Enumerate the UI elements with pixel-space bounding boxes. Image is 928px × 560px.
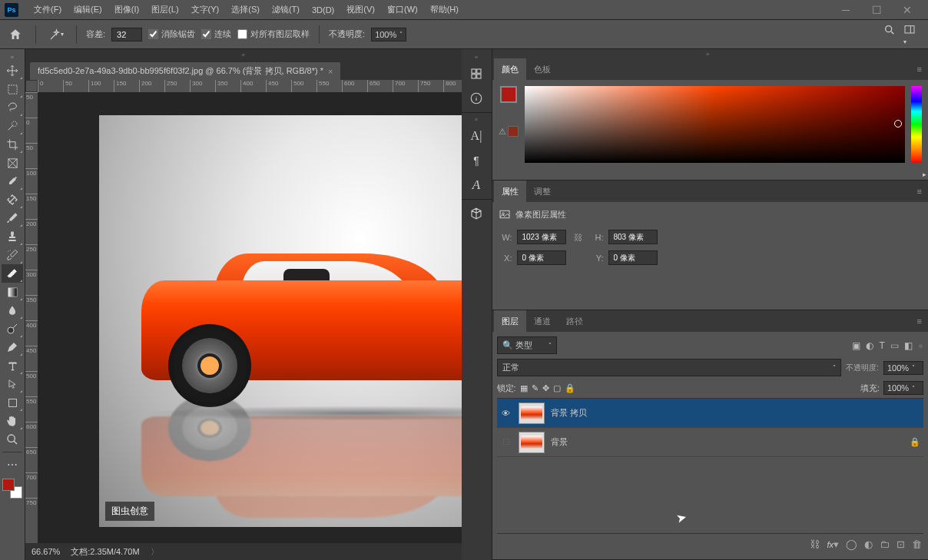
home-icon[interactable] [5,24,26,45]
tab-swatches[interactable]: 色板 [526,58,558,80]
menu-type[interactable]: 文字(Y) [185,0,226,20]
layer-filter-select[interactable]: 🔍 类型˅ [497,336,557,354]
search-icon[interactable] [883,24,896,45]
quick-select-tool[interactable] [2,117,23,135]
collapse-icon[interactable]: » [492,49,929,58]
layer-fx-icon[interactable]: fx▾ [827,538,839,550]
magic-wand-icon[interactable]: ▾ [45,24,67,45]
close-button[interactable]: ✕ [897,4,917,16]
move-tool[interactable] [2,61,23,80]
eyedropper-tool[interactable] [2,172,23,191]
menu-filter[interactable]: 滤镜(T) [266,0,306,20]
pen-tool[interactable] [2,338,23,356]
tab-channels[interactable]: 通道 [526,310,558,332]
filter-type-icon[interactable]: T [879,340,884,351]
layer-item[interactable]: 👁 背景 拷贝 [497,399,924,428]
tab-color[interactable]: 颜色 [494,58,526,80]
panel-menu-icon[interactable]: ≡ [913,316,926,326]
ruler-vertical[interactable]: 5005010015020025030035040045050055060065… [25,92,38,543]
menu-layer[interactable]: 图层(L) [145,0,184,20]
collapse-icon[interactable]: » [475,52,478,61]
menu-help[interactable]: 帮助(H) [424,0,465,20]
brush-tool[interactable] [2,209,23,227]
stamp-tool[interactable] [2,227,23,246]
blend-mode-select[interactable]: 正常˅ [497,359,842,376]
tab-properties[interactable]: 属性 [494,181,526,202]
filter-toggle-icon[interactable]: ● [918,340,923,351]
filter-adjust-icon[interactable]: ◐ [866,340,873,351]
chevron-right-icon[interactable]: ▸ [923,171,926,178]
canvas-viewport[interactable]: 图虫创意 头条@教你零基础学设计 [38,92,462,543]
warning-icon[interactable]: ⚠ [499,127,506,137]
tolerance-input[interactable] [111,28,142,41]
collapse-icon[interactable]: « [25,49,462,60]
hue-slider[interactable] [911,86,922,163]
filter-image-icon[interactable]: ▣ [852,340,860,351]
glyphs-panel-icon[interactable]: A [464,173,489,197]
tab-adjustments[interactable]: 调整 [526,181,558,202]
marquee-tool[interactable] [2,80,23,98]
document-tab[interactable]: fd5c5ed0-2e7a-49a3-9db0-bb995f6f03f2.jpg… [30,62,340,80]
lock-transparency-icon[interactable]: ▦ [520,383,528,393]
chevron-right-icon[interactable]: 〉 [151,546,159,558]
contiguous-checkbox[interactable]: 连续 [201,28,231,40]
fill-select[interactable]: 100%˅ [883,381,923,395]
menu-view[interactable]: 视图(V) [340,0,381,20]
character-panel-icon[interactable]: A| [464,124,489,148]
lock-icon[interactable]: 🔒 [910,437,920,447]
lock-position-icon[interactable]: ✥ [542,383,549,393]
ruler-origin[interactable] [25,80,38,92]
panel-menu-icon[interactable]: ≡ [913,65,926,74]
lock-pixels-icon[interactable]: ✎ [532,383,539,393]
lock-all-icon[interactable]: 🔒 [565,383,575,393]
healing-tool[interactable] [2,191,23,209]
layer-name[interactable]: 背景 拷贝 [551,407,921,419]
adjustment-layer-icon[interactable]: ◐ [864,538,873,550]
menu-select[interactable]: 选择(S) [225,0,266,20]
zoom-tool[interactable] [2,430,23,449]
layer-name[interactable]: 背景 [551,436,904,448]
lock-artboard-icon[interactable]: ▢ [553,383,561,393]
lasso-tool[interactable] [2,98,23,117]
tab-paths[interactable]: 路径 [558,310,591,332]
type-tool[interactable] [2,356,23,375]
crop-tool[interactable] [2,135,23,154]
link-icon[interactable]: ⛓ [571,233,585,242]
delete-layer-icon[interactable]: 🗑 [912,538,922,550]
frame-tool[interactable] [2,154,23,172]
collapse-icon[interactable]: « [0,52,25,61]
hand-tool[interactable] [2,412,23,430]
layer-mask-icon[interactable]: ◯ [846,538,857,550]
link-layers-icon[interactable]: ⛓ [810,538,820,550]
minimize-button[interactable]: ─ [836,4,856,16]
edit-toolbar[interactable]: ⋯ [2,456,23,474]
blur-tool[interactable] [2,301,23,320]
visibility-icon[interactable]: 👁 [500,409,512,418]
foreground-swatch[interactable] [500,86,517,103]
visibility-icon[interactable]: ☐ [500,437,512,447]
menu-window[interactable]: 窗口(W) [381,0,424,20]
history-brush-tool[interactable] [2,246,23,264]
menu-3d[interactable]: 3D(D) [306,0,340,20]
shape-tool[interactable] [2,393,23,412]
y-input[interactable] [608,250,658,265]
dodge-tool[interactable] [2,320,23,338]
layer-thumbnail[interactable] [519,432,545,453]
close-icon[interactable]: × [328,67,333,76]
layer-thumbnail[interactable] [519,403,545,424]
paragraph-panel-icon[interactable]: ¶ [464,148,489,173]
width-input[interactable] [517,230,566,244]
new-layer-icon[interactable]: ⊡ [897,538,905,550]
collapse-icon[interactable]: » [475,114,478,124]
info-panel-icon[interactable] [464,86,489,111]
eraser-tool[interactable] [2,264,23,283]
antialias-checkbox[interactable]: 消除锯齿 [148,28,195,40]
canvas[interactable]: 图虫创意 头条@教你零基础学设计 [99,115,462,527]
filter-smart-icon[interactable]: ◧ [904,340,913,351]
layer-item[interactable]: ☐ 背景 🔒 [497,428,924,457]
color-swatches[interactable] [2,479,22,499]
history-panel-icon[interactable] [464,61,489,86]
layer-opacity-select[interactable]: 100%˅ [883,361,923,375]
panel-menu-icon[interactable]: ≡ [913,187,926,196]
color-field[interactable] [525,86,906,163]
